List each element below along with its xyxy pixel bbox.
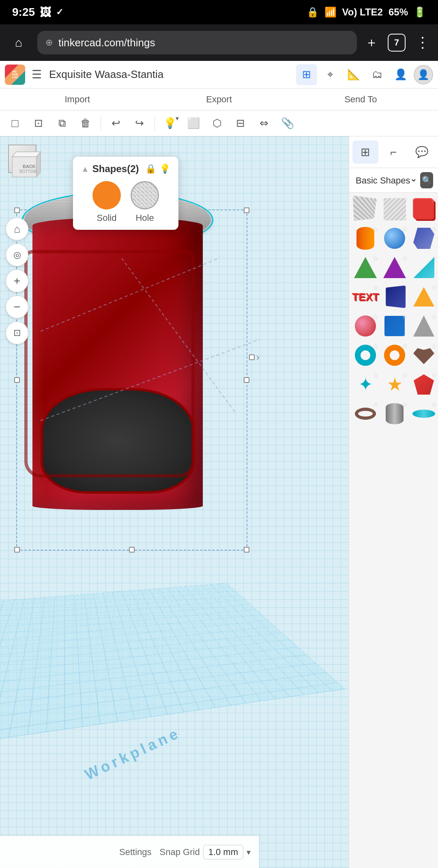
light-bulb-button[interactable]: 💡 ▾: [160, 113, 180, 134]
ruler-button[interactable]: 📐: [343, 64, 364, 85]
zoom-in-button[interactable]: +: [6, 270, 28, 292]
favorite-star-15[interactable]: ☆: [431, 313, 437, 321]
grid-display-button[interactable]: ⊞: [352, 140, 378, 164]
shape-tile-yellow-pyramid[interactable]: ☆: [409, 282, 438, 311]
shape-tile-cyan-star[interactable]: ☆ ✦: [351, 370, 380, 399]
circle-tool-button[interactable]: ⬡: [207, 113, 227, 134]
new-shape-button[interactable]: □: [5, 113, 25, 134]
mirror-button[interactable]: ⇔: [254, 113, 274, 134]
snap-grid-dropdown[interactable]: ▾: [247, 847, 251, 857]
favorite-star-17[interactable]: ☆: [402, 342, 408, 350]
shape-tile-box-1[interactable]: ☆: [351, 194, 380, 224]
favorite-star-16[interactable]: ☆: [373, 342, 378, 350]
browser-url-bar[interactable]: ⊕ tinkercad.com/things: [37, 31, 357, 54]
copy-button[interactable]: ⊡: [28, 113, 49, 134]
handle-bottom-right[interactable]: [244, 547, 249, 553]
user-button[interactable]: 👤: [390, 64, 411, 85]
favorite-star-2[interactable]: ☆: [402, 196, 408, 204]
favorite-star-7[interactable]: ☆: [373, 255, 378, 262]
align-button[interactable]: ⊟: [230, 113, 251, 134]
handle-bottom-center[interactable]: [129, 547, 135, 553]
handle-middle-left[interactable]: [14, 377, 20, 383]
handle-top-right[interactable]: [244, 207, 249, 213]
visibility-shapes-button[interactable]: 💡: [159, 164, 170, 174]
browser-home-button[interactable]: ⌂: [8, 32, 29, 53]
search-button[interactable]: 🔍: [420, 172, 433, 188]
shape-tile-teal-donut[interactable]: ☆: [351, 341, 380, 370]
import-button[interactable]: Import: [6, 89, 148, 110]
grid-view-button[interactable]: ⊞: [296, 64, 317, 85]
shape-tool-button[interactable]: ⬜: [183, 113, 204, 134]
favorite-star-5[interactable]: ☆: [402, 225, 408, 233]
shapes-panel-title: ▲ Shapes(2): [81, 163, 139, 175]
shape-tile-green-pyramid[interactable]: ☆: [351, 253, 380, 282]
delete-button[interactable]: 🗑: [75, 113, 96, 134]
handle-bottom-left[interactable]: [14, 547, 20, 553]
hamburger-menu-button[interactable]: ☰: [32, 68, 42, 81]
fit-view-button[interactable]: ◎: [6, 244, 28, 266]
shape-tile-teal-wedge[interactable]: ☆: [409, 253, 438, 282]
shape-tile-brown-heart[interactable]: ☆: [409, 341, 438, 370]
duplicate-button[interactable]: ⧉: [52, 113, 72, 134]
shape-tile-orange-donut[interactable]: ☆: [380, 341, 409, 370]
favorite-star-4[interactable]: ☆: [373, 225, 378, 233]
path-button[interactable]: ⌐: [381, 140, 407, 164]
viewport-3d[interactable]: BACK BACK BOTTOM ⌂: [0, 136, 349, 868]
view-cube[interactable]: BACK BACK BOTTOM: [8, 145, 45, 181]
shape-tile-dark-box[interactable]: ☆: [380, 282, 409, 311]
undo-button[interactable]: ↩: [106, 113, 126, 134]
tab-count-badge[interactable]: 7: [388, 34, 406, 52]
favorite-star-18[interactable]: ☆: [431, 342, 437, 350]
favorite-star-8[interactable]: ☆: [402, 255, 408, 262]
favorite-star-14[interactable]: ☆: [402, 313, 408, 321]
shape-tile-yellow-star[interactable]: ☆ ★: [380, 370, 409, 399]
favorite-star-12[interactable]: ☆: [431, 284, 437, 291]
favorite-star-3[interactable]: ☆: [431, 196, 437, 204]
right-shapes-panel: ⊞ ⌐ 💬 Basic Shapes 🔍: [349, 136, 438, 868]
favorite-star-20[interactable]: ☆: [402, 371, 408, 379]
home-view-button[interactable]: ⌂: [6, 218, 28, 240]
hole-shape-item[interactable]: Hole: [131, 181, 159, 223]
shape-tile-ring[interactable]: ☆: [351, 399, 380, 428]
snap-tool-button[interactable]: 📎: [277, 113, 298, 134]
left-tools: ⌂ ◎ + − ⊡: [6, 185, 28, 344]
send-to-button[interactable]: Send To: [290, 89, 432, 110]
settings-button[interactable]: Settings: [119, 847, 152, 857]
handle-middle-right[interactable]: [244, 377, 249, 383]
favorite-star-10[interactable]: ☆: [373, 284, 378, 291]
export-button[interactable]: Export: [148, 89, 290, 110]
extend-handle-box[interactable]: [249, 354, 255, 360]
chat-button[interactable]: 💬: [409, 140, 435, 164]
perspective-button[interactable]: ⊡: [6, 322, 28, 344]
shape-tile-grey-cyl[interactable]: ☆: [380, 399, 409, 428]
shape-tile-grey-cone[interactable]: ☆: [409, 311, 438, 341]
favorite-star-24[interactable]: ☆: [431, 401, 437, 408]
lock-shapes-button[interactable]: 🔒: [145, 164, 156, 174]
favorite-star-22[interactable]: ☆: [373, 401, 378, 408]
redo-button[interactable]: ↪: [129, 113, 150, 134]
shape-tile-purple-pyramid[interactable]: ☆: [380, 253, 409, 282]
shape-tile-magenta[interactable]: ☆: [351, 311, 380, 341]
new-tab-button[interactable]: ＋: [365, 34, 378, 52]
solid-shape-item[interactable]: Solid: [92, 181, 121, 223]
shape-tile-text[interactable]: ☆ TEXT: [351, 282, 380, 311]
snap-button[interactable]: ⌖: [320, 64, 341, 85]
zoom-out-button[interactable]: −: [6, 296, 28, 318]
favorite-star-21[interactable]: ☆: [431, 371, 437, 379]
shape-tile-red-gem[interactable]: ☆: [409, 370, 438, 399]
shape-tile-orange-cyl[interactable]: ☆: [351, 224, 380, 253]
favorite-star-23[interactable]: ☆: [402, 401, 408, 408]
shape-tile-blue-wave[interactable]: ☆: [409, 224, 438, 253]
browser-menu-button[interactable]: ⋮: [415, 34, 430, 51]
shape-tile-blue-sphere[interactable]: ☆: [380, 224, 409, 253]
shape-tile-flat-disc[interactable]: ☆: [409, 399, 438, 428]
panel-chevron-up[interactable]: ▲: [81, 164, 89, 174]
main-toolbar: □ ⊡ ⧉ 🗑 ↩ ↪ 💡 ▾ ⬜ ⬡ ⊟: [0, 110, 438, 136]
favorite-star-19[interactable]: ☆: [373, 371, 378, 379]
shape-tile-red-cube[interactable]: ☆: [409, 194, 438, 224]
shape-tile-blue-box2[interactable]: ☆: [380, 311, 409, 341]
shape-category-select[interactable]: Basic Shapes: [354, 175, 417, 186]
layers-button[interactable]: 🗂: [367, 64, 388, 85]
favorite-star-13[interactable]: ☆: [373, 313, 378, 321]
shape-tile-box-2[interactable]: ☆: [380, 194, 409, 224]
